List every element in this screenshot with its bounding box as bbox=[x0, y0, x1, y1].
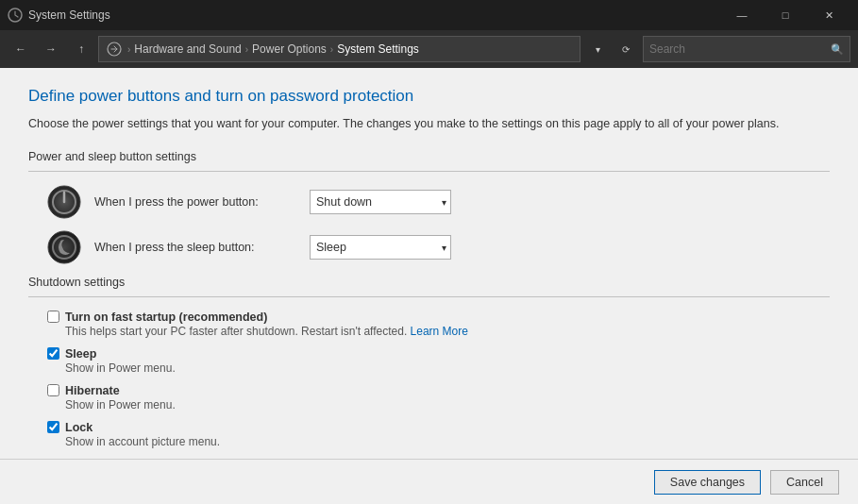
section-divider-power bbox=[28, 171, 830, 172]
hibernate-row: Hibernate Show in Power menu. bbox=[47, 384, 830, 412]
hibernate-label[interactable]: Hibernate bbox=[65, 384, 120, 397]
forward-button[interactable]: → bbox=[38, 36, 64, 62]
breadcrumb-power[interactable]: Power Options bbox=[252, 42, 327, 56]
page-title: Define power buttons and turn on passwor… bbox=[28, 87, 830, 106]
lock-checkbox[interactable] bbox=[47, 421, 59, 433]
breadcrumb-current[interactable]: System Settings bbox=[337, 42, 419, 56]
power-button-label: When I press the power button: bbox=[94, 195, 302, 209]
up-button[interactable]: ↑ bbox=[68, 36, 94, 62]
fast-startup-row: Turn on fast startup (recommended) This … bbox=[47, 311, 830, 338]
sleep-sublabel: Show in Power menu. bbox=[65, 361, 830, 375]
power-section-header: Power and sleep button settings bbox=[28, 150, 830, 163]
sleep-button-select[interactable]: Do nothing Sleep Hibernate Shut down Tur… bbox=[316, 241, 445, 254]
save-button[interactable]: Save changes bbox=[654, 470, 761, 495]
sleep-button-dropdown[interactable]: Do nothing Sleep Hibernate Shut down Tur… bbox=[310, 235, 451, 260]
cancel-button[interactable]: Cancel bbox=[770, 470, 839, 495]
power-button-dropdown[interactable]: Do nothing Sleep Hibernate Shut down Tur… bbox=[310, 190, 451, 214]
window: System Settings — □ ✕ ← → ↑ › Hardware a… bbox=[0, 0, 858, 504]
app-icon bbox=[8, 8, 23, 23]
power-button-icon bbox=[47, 185, 81, 219]
page-description: Choose the power settings that you want … bbox=[28, 115, 830, 133]
learn-more-link[interactable]: Learn More bbox=[411, 325, 468, 338]
search-bar[interactable]: 🔍 bbox=[643, 36, 850, 62]
fast-startup-checkbox[interactable] bbox=[47, 311, 59, 323]
back-button[interactable]: ← bbox=[8, 36, 34, 62]
search-input[interactable] bbox=[649, 42, 831, 56]
search-icon: 🔍 bbox=[831, 43, 844, 56]
close-button[interactable]: ✕ bbox=[807, 0, 850, 30]
footer: Save changes Cancel bbox=[0, 459, 858, 504]
breadcrumb-bar[interactable]: › Hardware and Sound › Power Options › S… bbox=[98, 36, 580, 62]
refresh-btn[interactable]: ⟳ bbox=[613, 36, 639, 62]
minimize-button[interactable]: — bbox=[720, 0, 764, 30]
lock-label[interactable]: Lock bbox=[65, 421, 93, 434]
sleep-button-row: When I press the sleep button: Do nothin… bbox=[47, 230, 830, 264]
sleep-label[interactable]: Sleep bbox=[65, 347, 96, 361]
section-divider-shutdown bbox=[28, 296, 830, 297]
breadcrumb-controls: ▾ ⟳ bbox=[584, 36, 639, 62]
window-controls: — □ ✕ bbox=[720, 0, 850, 30]
address-bar: ← → ↑ › Hardware and Sound › Power Optio… bbox=[0, 30, 858, 68]
sleep-button-icon bbox=[47, 230, 81, 264]
sleep-row: Sleep Show in Power menu. bbox=[47, 347, 830, 375]
fast-startup-label[interactable]: Turn on fast startup (recommended) bbox=[65, 311, 267, 324]
title-bar: System Settings — □ ✕ bbox=[0, 0, 858, 30]
shutdown-section-header: Shutdown settings bbox=[28, 276, 830, 289]
sleep-button-label: When I press the sleep button: bbox=[94, 241, 302, 254]
main-content: Define power buttons and turn on passwor… bbox=[0, 68, 858, 459]
hibernate-sublabel: Show in Power menu. bbox=[65, 398, 830, 412]
maximize-button[interactable]: □ bbox=[764, 0, 807, 30]
breadcrumb-hardware[interactable]: Hardware and Sound bbox=[134, 42, 241, 56]
fast-startup-sublabel: This helps start your PC faster after sh… bbox=[65, 325, 830, 338]
dropdown-arrow-btn[interactable]: ▾ bbox=[584, 36, 611, 62]
window-title: System Settings bbox=[28, 8, 720, 22]
power-button-select[interactable]: Do nothing Sleep Hibernate Shut down Tur… bbox=[316, 195, 445, 209]
sleep-checkbox[interactable] bbox=[47, 347, 59, 360]
lock-sublabel: Show in account picture menu. bbox=[65, 435, 830, 448]
lock-row: Lock Show in account picture menu. bbox=[47, 421, 830, 448]
power-button-row: When I press the power button: Do nothin… bbox=[47, 185, 830, 219]
hibernate-checkbox[interactable] bbox=[47, 384, 59, 396]
